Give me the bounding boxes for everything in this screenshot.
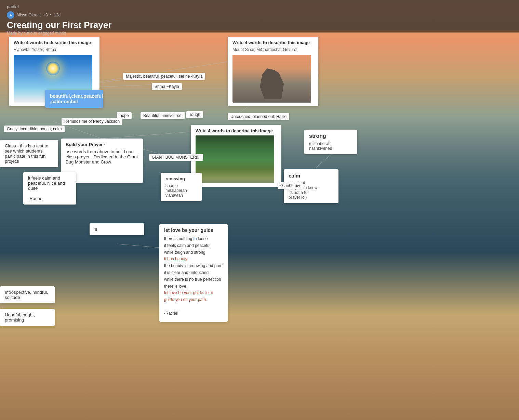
ll-card[interactable]: 'll: [90, 223, 144, 235]
poem-card[interactable]: let love be your guide there is nothing …: [159, 224, 228, 322]
beautiful-text: beautiful,clear,peaceful ,calm-rachel: [50, 93, 98, 104]
rock-image: [232, 55, 311, 103]
label-percy: Reminds me of Percy Jackson: [62, 118, 122, 125]
hopeful-card[interactable]: Hopeful, bright, promising: [0, 309, 55, 326]
label-tough: Tough: [186, 111, 203, 118]
poem-title: let love be your guide: [164, 227, 223, 233]
rock-card[interactable]: Write 4 words to describe this image Mou…: [228, 37, 318, 106]
hopeful-text: Hopeful, bright, promising: [5, 312, 50, 323]
build-prayer-body: use words from above to build our class …: [66, 149, 138, 165]
label-giant-bug: GIANT BUG MONSTER!!!!: [149, 154, 203, 161]
calm-peaceful-text: it feels calm and peaceful. Nice and qui…: [28, 175, 71, 201]
rock-card-subtitle: Mount Sinai; MiChamocha; Gevurot: [232, 47, 314, 52]
class-card-text: Class - this is a test to see which stud…: [5, 143, 53, 164]
page-subtitle: Made by curious engaged minds: [7, 31, 512, 36]
poem-body: there is nothing to loose it feels calm …: [164, 236, 223, 317]
forest-image: [196, 135, 274, 183]
renewing-title: renewing: [165, 176, 197, 181]
calm-title: calm: [289, 173, 334, 179]
user-info: A Alissa Okrent +3 • 12d: [7, 11, 512, 19]
renewing-card[interactable]: renewing shame mishaberah v'ahavtah: [161, 173, 202, 201]
strong-title: strong: [309, 133, 352, 139]
user-name: Alissa Okrent +3 • 12d: [16, 13, 61, 17]
introspective-card[interactable]: Introspective, mindful, solitude: [0, 286, 55, 303]
padlet-logo: padlet: [7, 4, 512, 9]
build-prayer-title: Build your Prayer -: [66, 142, 138, 147]
canvas: Write 4 words to describe this image V'a…: [0, 32, 519, 420]
label-majestic: Majestic, beautiful, peaceful, serine~Ka…: [123, 73, 205, 80]
header: padlet A Alissa Okrent +3 • 12d Creating…: [0, 0, 519, 32]
strong-body: mishaberah hashkiveneu: [309, 141, 352, 151]
sky-card-subtitle: V'ahavta; Yotzer; Shma: [14, 47, 95, 52]
label-untouched: Untouched, planned out, Haille: [228, 113, 289, 120]
forest-card-title: Write 4 words to describe this image: [196, 128, 277, 133]
label-giant-crow: Giant crow: [278, 182, 303, 189]
sky-card-title: Write 4 words to describe this image: [14, 40, 95, 45]
beautiful-card[interactable]: beautiful,clear,peaceful ,calm-rachel: [45, 90, 103, 108]
forest-card[interactable]: Write 4 words to describe this image: [191, 125, 281, 187]
label-se: se: [174, 112, 184, 119]
strong-card[interactable]: strong mishaberah hashkiveneu: [304, 130, 357, 154]
ll-text: 'll: [94, 227, 139, 232]
label-shma: Shma ~Kayla: [152, 83, 182, 90]
rock-card-title: Write 4 words to describe this image: [232, 40, 314, 45]
introspective-text: Introspective, mindful, solitude: [5, 290, 50, 300]
class-card[interactable]: Class - this is a test to see which stud…: [0, 140, 58, 167]
calm-peaceful-card[interactable]: it feels calm and peaceful. Nice and qui…: [23, 172, 76, 205]
renewing-body: shame mishaberah v'ahavtah: [165, 183, 197, 198]
page-title: Creating our First Prayer: [7, 20, 512, 30]
avatar: A: [7, 11, 14, 19]
label-godly: Godly, Incredible, bontia, calm: [4, 126, 65, 132]
